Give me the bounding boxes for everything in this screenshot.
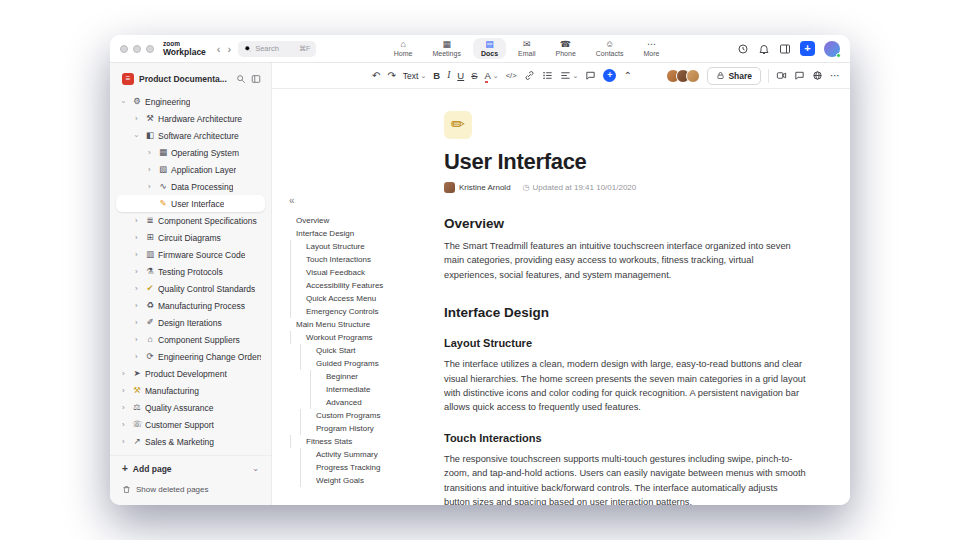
- expand-chevron-icon[interactable]: [135, 268, 142, 276]
- tree-item[interactable]: ⚒ Hardware Architecture: [116, 110, 265, 127]
- section-body[interactable]: The responsive touchscreen supports mult…: [444, 452, 806, 505]
- close-window-button[interactable]: [120, 45, 128, 53]
- collapse-sidebar-icon[interactable]: [251, 74, 261, 84]
- tree-item[interactable]: ⟳ Engineering Change Orders: [116, 348, 265, 365]
- workspace-header[interactable]: ≡ Product Documenta...: [110, 69, 271, 91]
- outline-item[interactable]: Custom Programs: [286, 409, 414, 422]
- forward-button[interactable]: ›: [228, 43, 232, 55]
- insert-block-button[interactable]: +: [603, 69, 616, 82]
- collapse-outline-button[interactable]: «: [286, 195, 414, 206]
- expand-chevron-icon[interactable]: [135, 319, 142, 327]
- nav-tab[interactable]: ⌂ Home: [386, 38, 421, 59]
- outline-item[interactable]: Advanced: [286, 396, 414, 409]
- expand-chevron-icon[interactable]: [135, 132, 142, 140]
- outline-item[interactable]: Visual Feedback: [286, 266, 414, 279]
- outline-item[interactable]: Quick Start: [286, 344, 414, 357]
- tree-item[interactable]: ✎ User Interface: [116, 195, 265, 212]
- text-color-button[interactable]: A ⌄: [485, 70, 499, 81]
- tree-item[interactable]: ✐ Design Iterations: [116, 314, 265, 331]
- outline-item[interactable]: Overview: [286, 214, 414, 227]
- outline-item[interactable]: Accessibility Features: [286, 279, 414, 292]
- outline-item[interactable]: Beginner: [286, 370, 414, 383]
- tree-item[interactable]: ◧ Software Architecture: [116, 127, 265, 144]
- user-avatar[interactable]: [824, 41, 840, 57]
- outline-item[interactable]: Quick Access Menu: [286, 292, 414, 305]
- tree-item[interactable]: ⚖ Quality Assurance: [116, 399, 265, 416]
- text-style-select[interactable]: Text ⌄: [403, 71, 426, 81]
- bulleted-list-icon[interactable]: [542, 70, 553, 81]
- global-search[interactable]: ⌘F: [238, 41, 316, 57]
- side-panel-icon[interactable]: [779, 43, 791, 55]
- zoom-window-button[interactable]: [146, 45, 154, 53]
- tree-item[interactable]: ∿ Data Processing: [116, 178, 265, 195]
- tree-item[interactable]: ➤ Product Development: [116, 365, 265, 382]
- tree-item[interactable]: ▧ Application Layer: [116, 161, 265, 178]
- underline-button[interactable]: U: [457, 71, 464, 81]
- section-heading[interactable]: Touch Interactions: [444, 432, 806, 444]
- expand-chevron-icon[interactable]: [148, 166, 155, 174]
- minimize-window-button[interactable]: [133, 45, 141, 53]
- expand-chevron-icon[interactable]: [135, 353, 142, 361]
- back-button[interactable]: ‹: [217, 43, 221, 55]
- code-button[interactable]: </>: [506, 72, 517, 80]
- expand-chevron-icon[interactable]: [135, 115, 142, 123]
- outline-item[interactable]: Interface Design: [286, 227, 414, 240]
- expand-chevron-icon[interactable]: [148, 183, 155, 191]
- notifications-bell-icon[interactable]: [758, 43, 770, 55]
- tree-item[interactable]: ↗ Sales & Marketing: [116, 433, 265, 450]
- expand-chevron-icon[interactable]: [135, 217, 142, 225]
- section-body[interactable]: The Smart Treadmill features an intuitiv…: [444, 239, 806, 282]
- expand-chevron-icon[interactable]: [122, 98, 129, 106]
- outline-item[interactable]: Layout Structure: [286, 240, 414, 253]
- tree-item[interactable]: ✔ Quality Control Standards: [116, 280, 265, 297]
- share-button[interactable]: Share: [707, 67, 761, 85]
- search-input[interactable]: [255, 44, 295, 53]
- alignment-select[interactable]: ⌄: [560, 70, 579, 81]
- outline-item[interactable]: Touch Interactions: [286, 253, 414, 266]
- nav-tab[interactable]: ☎ Phone: [548, 38, 584, 59]
- strikethrough-button[interactable]: S: [471, 71, 477, 81]
- add-page-chevron-icon[interactable]: ⌄: [252, 464, 259, 473]
- tree-item[interactable]: ⚒ Manufacturing: [116, 382, 265, 399]
- expand-chevron-icon[interactable]: [135, 302, 142, 310]
- expand-chevron-icon[interactable]: [135, 234, 142, 242]
- sidebar-search-icon[interactable]: [236, 74, 246, 84]
- tree-item[interactable]: ⊞ Circuit Diagrams: [116, 229, 265, 246]
- outline-item[interactable]: Intermediate: [286, 383, 414, 396]
- expand-chevron-icon[interactable]: [122, 387, 129, 395]
- new-item-button[interactable]: +: [800, 41, 815, 56]
- tree-item[interactable]: ♻ Manufacturing Process: [116, 297, 265, 314]
- nav-tab[interactable]: ✉ Email: [510, 38, 544, 59]
- expand-chevron-icon[interactable]: [122, 421, 129, 429]
- redo-button[interactable]: ↷: [387, 71, 395, 81]
- more-options-button[interactable]: ⋯: [830, 71, 840, 81]
- italic-button[interactable]: I: [447, 71, 450, 81]
- link-icon[interactable]: [524, 70, 535, 81]
- expand-chevron-icon[interactable]: [135, 251, 142, 259]
- add-page-button[interactable]: + Add page ⌄: [118, 460, 263, 477]
- tree-item[interactable]: ⌂ Component Suppliers: [116, 331, 265, 348]
- outline-item[interactable]: Progress Tracking: [286, 461, 414, 474]
- tree-item[interactable]: ⚙ Engineering: [116, 93, 265, 110]
- outline-item[interactable]: Weight Goals: [286, 474, 414, 487]
- collapse-toolbar-button[interactable]: ⌃: [623, 71, 631, 81]
- section-heading[interactable]: Interface Design: [444, 305, 806, 320]
- section-heading[interactable]: Layout Structure: [444, 337, 806, 349]
- tree-item[interactable]: ☏ Customer Support: [116, 416, 265, 433]
- video-call-icon[interactable]: [776, 70, 787, 81]
- nav-tab[interactable]: ⋯ More: [635, 38, 667, 59]
- history-clock-icon[interactable]: [737, 43, 749, 55]
- outline-item[interactable]: Workout Programs: [286, 331, 414, 344]
- outline-item[interactable]: Program History: [286, 422, 414, 435]
- bold-button[interactable]: B: [433, 71, 440, 81]
- show-deleted-pages-button[interactable]: Show deleted pages: [118, 481, 263, 497]
- undo-button[interactable]: ↶: [372, 71, 380, 81]
- collaborator-avatar[interactable]: [686, 69, 700, 83]
- tree-item[interactable]: ⚗ Testing Protocols: [116, 263, 265, 280]
- tree-item[interactable]: ≣ Component Specifications: [116, 212, 265, 229]
- section-body[interactable]: The interface utilizes a clean, modern d…: [444, 357, 806, 415]
- tree-item[interactable]: ▥ Firmware Source Code: [116, 246, 265, 263]
- nav-tab[interactable]: ▤ Docs: [473, 38, 506, 59]
- doc-title[interactable]: User Interface: [444, 149, 806, 175]
- expand-chevron-icon[interactable]: [148, 149, 155, 157]
